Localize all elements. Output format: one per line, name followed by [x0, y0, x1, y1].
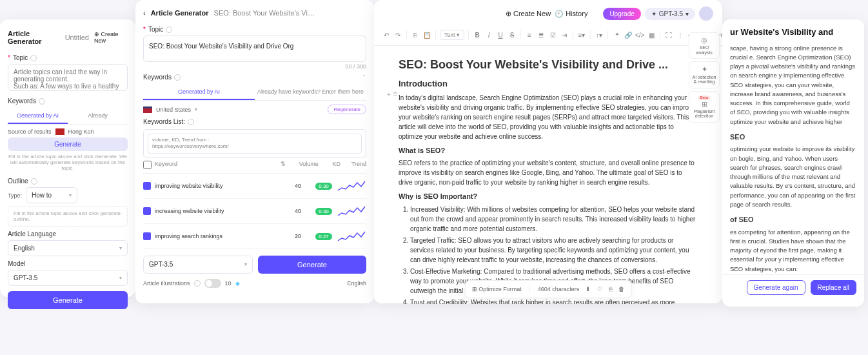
strike-icon[interactable]: S [508, 30, 517, 39]
generate-button[interactable]: Generate [8, 291, 128, 309]
keyword-row[interactable]: improving search rankings 20 0.27 [143, 224, 366, 249]
doc-p-what[interactable]: SEO refers to the practice of optimizing… [399, 158, 698, 187]
model-label: Model [8, 260, 128, 267]
undo-icon[interactable]: ↶ [382, 30, 391, 39]
drag-handle-icon[interactable]: + ⠿ [387, 90, 397, 99]
replace-all-button[interactable]: Replace all [811, 280, 856, 295]
back-icon[interactable]: ‹ [143, 9, 146, 17]
regenerate-button[interactable]: Regenerate [328, 105, 366, 114]
italic-icon[interactable]: I [484, 30, 493, 39]
preview-h2: SEO [730, 132, 856, 143]
breadcrumb-doc: Untitled [65, 34, 89, 41]
hint-icon [39, 98, 45, 105]
hint-icon [194, 280, 201, 287]
list-ul-icon[interactable]: ≡ [525, 30, 534, 39]
create-new-button[interactable]: ⊕ Create New [94, 31, 128, 44]
model-select[interactable]: GPT-3.5▾ [143, 256, 253, 274]
lang-display[interactable]: English [347, 280, 366, 287]
line-height-icon[interactable]: ↕▾ [595, 30, 604, 39]
upgrade-button[interactable]: Upgrade [603, 8, 640, 20]
code-icon[interactable]: </> [635, 30, 644, 39]
select-all-checkbox[interactable] [143, 161, 152, 169]
link-icon[interactable]: 🔗 [624, 30, 633, 39]
illustrations-toggle[interactable] [204, 279, 221, 288]
doc-title[interactable]: SEO: Boost Your Website's Visibility and… [399, 56, 698, 74]
keywords-label: Keywords [143, 74, 172, 81]
delete-icon[interactable]: 🗑 [618, 286, 624, 292]
tab-generated-ai[interactable]: Generated by AI [143, 85, 255, 100]
breadcrumb-title: Article Generator [8, 30, 60, 45]
download-icon[interactable]: ⬇ [586, 286, 591, 292]
country-select[interactable]: United States [156, 107, 191, 113]
keyword-trend [337, 179, 366, 193]
keyword-trend [337, 229, 366, 243]
illustrations-label: Article illustrations [143, 280, 190, 287]
sidepanel-item[interactable]: Beta⊞Plagiarism detection [689, 91, 720, 123]
generate-button[interactable]: Generate [258, 256, 366, 274]
history-button[interactable]: 🕘 History [555, 10, 587, 18]
tab-generated-ai[interactable]: Generated by AI [8, 108, 68, 124]
doc-p-intro[interactable]: In today's digital landscape, Search Eng… [399, 93, 698, 141]
keyword-row[interactable]: improving website visibility 40 0.30 [143, 174, 366, 199]
paste-icon[interactable]: 📋 [422, 30, 431, 39]
lang-select[interactable]: English▾ [8, 240, 128, 256]
keyword-text: increasing website visibility [155, 208, 285, 214]
doc-li[interactable]: Increased Visibility: With millions of w… [410, 205, 698, 234]
keyword-volume: 40 [285, 208, 311, 214]
country[interactable]: Hong Kon [68, 128, 94, 135]
align-icon[interactable]: ≡▾ [577, 30, 586, 39]
fullscreen-icon[interactable]: ⛶ [664, 30, 673, 39]
tab-manual[interactable]: Already have keywords? Enter them here [255, 85, 366, 100]
char-counter: 50 / 300 [143, 63, 366, 70]
breadcrumb: Article Generator Untitled ⊕ Create New [8, 27, 128, 50]
redo-icon[interactable]: ↷ [393, 30, 402, 39]
sidepanel-item[interactable]: ✦AI detection & rewriting [689, 61, 720, 88]
doc-h-what[interactable]: What is SEO? [399, 145, 698, 156]
keyword-trend [337, 204, 366, 218]
keyword-row[interactable]: increasing website visibility 40 0.30 [143, 199, 366, 224]
underline-icon[interactable]: U [496, 30, 505, 39]
topic-input[interactable] [8, 64, 128, 91]
doc-li[interactable]: Trust and Credibility: Websites that ran… [410, 298, 698, 305]
hint-icon [166, 26, 172, 33]
sidepanel-item[interactable]: ◎SEO analysis [689, 32, 720, 59]
checkbox[interactable] [143, 207, 151, 215]
sidepanel-icon: ◎ [691, 36, 718, 44]
copy-icon[interactable]: ⎘ [411, 30, 420, 39]
outline-label: Outline [8, 178, 28, 185]
generate-keywords-button[interactable]: Generate [8, 137, 128, 151]
text-style-select[interactable]: Text ▾ [440, 30, 464, 40]
model-pill[interactable]: ✦ GPT-3.5 ▾ [645, 8, 695, 20]
doc-h-intro[interactable]: Introduction [399, 77, 698, 90]
optimize-format-button[interactable]: ⊞ Optimize Format [472, 286, 522, 292]
create-new-button[interactable]: ⊕ Create New [506, 10, 551, 18]
list-check-icon[interactable]: ☑ [548, 30, 557, 39]
bold-icon[interactable]: B [473, 30, 482, 39]
model-select[interactable]: GPT-3.5▾ [8, 270, 128, 286]
hint-icon [188, 119, 194, 125]
list-ol-icon[interactable]: ≣ [537, 30, 546, 39]
hint-icon [31, 178, 37, 185]
doc-li[interactable]: Targeted Traffic: SEO allows you to attr… [410, 236, 698, 265]
copy-icon[interactable]: ⎘ [609, 286, 612, 292]
checkbox[interactable] [143, 232, 151, 240]
outline-hint: Fill in the article topic above and clic… [8, 206, 128, 227]
source-label: Source of results [8, 128, 52, 135]
checkbox[interactable] [143, 182, 151, 190]
indent-icon[interactable]: ⇥ [560, 30, 569, 39]
collapse-icon[interactable]: ⌃ [362, 74, 366, 80]
image-icon[interactable]: ▦ [647, 30, 656, 39]
doc-h-why[interactable]: Why is SEO Important? [399, 191, 698, 202]
avatar[interactable] [699, 6, 713, 21]
more-icon[interactable]: ⋮ [676, 30, 685, 39]
heart-icon[interactable]: ♡ [597, 286, 602, 292]
type-select[interactable]: How to [32, 192, 52, 199]
sidepanel-icon: ✦ [691, 65, 718, 73]
keyword-kd: 0.30 [311, 183, 337, 189]
document-body[interactable]: + ⠿ SEO: Boost Your Website's Visibility… [374, 46, 722, 304]
tab-manual[interactable]: Already [68, 108, 128, 124]
generate-again-button[interactable]: Generate again [747, 280, 805, 295]
topic-input[interactable]: SEO: Boost Your Website's Visibility and… [149, 43, 293, 50]
quote-icon[interactable]: ❝ [612, 30, 621, 39]
breadcrumb-title: Article Generator [151, 9, 209, 17]
